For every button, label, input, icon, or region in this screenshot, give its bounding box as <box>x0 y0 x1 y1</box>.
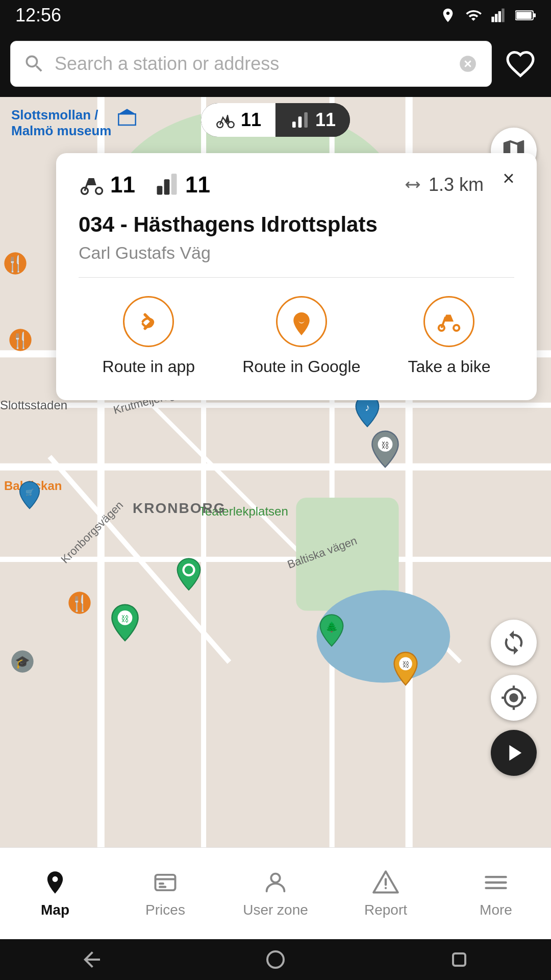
svg-rect-2 <box>498 11 501 22</box>
route-app-label: Route in app <box>103 356 195 378</box>
svg-text:🍴: 🍴 <box>6 254 25 273</box>
route-google-label: Route in Google <box>242 356 360 378</box>
station-popup: × 11 11 <box>56 153 537 400</box>
map-label-slottsmollan: Slottsmollan / Malmö museum <box>11 107 112 139</box>
status-time: 12:56 <box>15 5 61 26</box>
map-marker-grey-chain[interactable]: ⛓ <box>367 429 403 472</box>
map-marker-green-tree[interactable]: 🌲 <box>316 612 347 650</box>
svg-text:♪: ♪ <box>365 402 370 413</box>
map-marker-orange-3[interactable]: 🍴 <box>66 590 93 618</box>
map-action-buttons <box>491 620 537 776</box>
search-area: Search a station or address <box>0 31 551 97</box>
android-home-button[interactable] <box>263 947 288 972</box>
more-nav-icon <box>483 869 509 898</box>
svg-rect-0 <box>491 17 494 22</box>
svg-rect-56 <box>171 174 177 194</box>
prices-nav-label: Prices <box>145 902 185 918</box>
route-app-button[interactable]: Route in app <box>103 296 195 378</box>
route-google-icon <box>276 296 327 347</box>
signal-status-icon <box>491 7 507 23</box>
prices-nav-icon <box>152 869 179 898</box>
svg-text:⛓: ⛓ <box>381 441 389 450</box>
map-marker-chain-1[interactable]: ⛓ <box>388 648 423 691</box>
svg-text:🌲: 🌲 <box>325 621 338 633</box>
user-zone-nav-label: User zone <box>243 902 308 918</box>
nav-item-report[interactable]: Report <box>331 864 441 923</box>
svg-rect-5 <box>516 12 532 19</box>
map-bike-counter: 11 11 <box>201 103 350 137</box>
search-input[interactable]: Search a station or address <box>55 53 447 75</box>
map-area[interactable]: Slottsmollan / Malmö museum Kungsparken … <box>0 97 551 888</box>
svg-point-66 <box>385 887 387 889</box>
svg-text:⛓: ⛓ <box>402 660 409 669</box>
map-marker-green-chain[interactable]: ⛓ <box>107 602 143 645</box>
take-bike-label: Take a bike <box>408 356 491 378</box>
search-icon <box>23 53 45 75</box>
popup-address: Carl Gustafs Väg <box>79 243 514 278</box>
play-button[interactable] <box>491 730 537 776</box>
bottom-nav: Map Prices User zone <box>0 847 551 939</box>
counter-slot-section: 11 <box>276 103 350 137</box>
nav-item-prices[interactable]: Prices <box>110 864 220 923</box>
map-nav-icon <box>42 869 68 898</box>
map-label-kronborg: KRONBORG <box>133 500 226 517</box>
popup-distance: 1.3 km <box>403 174 484 195</box>
svg-rect-24 <box>118 114 135 125</box>
svg-text:🎓: 🎓 <box>15 654 30 669</box>
svg-text:⛓: ⛓ <box>121 615 129 623</box>
take-bike-button[interactable]: Take a bike <box>408 296 491 378</box>
svg-marker-51 <box>509 745 521 761</box>
svg-rect-48 <box>292 121 296 128</box>
svg-rect-50 <box>304 112 308 128</box>
nav-item-map[interactable]: Map <box>0 864 110 923</box>
map-label-slottsstaden: Slottsstaden <box>0 398 67 412</box>
map-marker-orange-1[interactable]: 🍴 <box>2 250 29 279</box>
take-bike-icon <box>423 296 474 347</box>
android-recents-button[interactable] <box>447 947 471 972</box>
search-clear-button[interactable] <box>457 53 479 75</box>
svg-rect-6 <box>533 13 536 17</box>
map-nav-label: Map <box>41 902 69 918</box>
popup-close-button[interactable]: × <box>496 165 521 191</box>
search-box[interactable]: Search a station or address <box>10 41 492 87</box>
more-nav-label: More <box>480 902 512 918</box>
svg-point-64 <box>271 873 280 882</box>
wifi-status-icon <box>464 7 483 23</box>
location-button[interactable] <box>491 675 537 721</box>
map-marker-blue[interactable]: 🛒 <box>16 480 43 512</box>
route-app-icon <box>123 296 174 347</box>
popup-bike-count: 11 <box>79 172 135 198</box>
map-marker-orange-2[interactable]: 🍴 <box>7 327 34 355</box>
map-marker-green-1[interactable] <box>173 556 204 594</box>
svg-rect-55 <box>164 179 170 194</box>
status-icons <box>440 7 536 23</box>
svg-point-34 <box>185 566 193 574</box>
counter-bike-section: 11 <box>201 103 276 137</box>
nav-item-more[interactable]: More <box>441 864 551 923</box>
svg-point-53 <box>96 187 103 194</box>
map-marker-school[interactable]: 🎓 <box>9 648 36 677</box>
svg-point-47 <box>228 121 234 128</box>
svg-text:🛒: 🛒 <box>26 488 34 497</box>
svg-text:🍴: 🍴 <box>11 331 30 350</box>
battery-status-icon <box>515 7 536 23</box>
svg-point-71 <box>267 951 284 968</box>
user-zone-nav-icon <box>262 869 289 898</box>
museum-icon <box>117 107 137 128</box>
status-bar: 12:56 <box>0 0 551 31</box>
report-nav-label: Report <box>364 902 407 918</box>
svg-rect-3 <box>502 9 504 22</box>
popup-slot-count: 11 <box>154 172 210 198</box>
nav-item-user-zone[interactable]: User zone <box>220 864 331 923</box>
popup-header: 11 11 1.3 km <box>79 172 514 198</box>
android-back-button[interactable] <box>80 947 104 972</box>
svg-rect-1 <box>495 14 497 22</box>
route-google-button[interactable]: Route in Google <box>242 296 360 378</box>
favorites-button[interactable] <box>500 43 541 84</box>
android-nav-bar <box>0 939 551 980</box>
svg-text:🍴: 🍴 <box>70 594 89 612</box>
recenter-button[interactable] <box>491 620 537 666</box>
report-nav-icon <box>372 869 399 898</box>
svg-rect-72 <box>453 953 465 966</box>
popup-station-name: 034 - Hästhagens Idrottsplats <box>79 212 514 237</box>
